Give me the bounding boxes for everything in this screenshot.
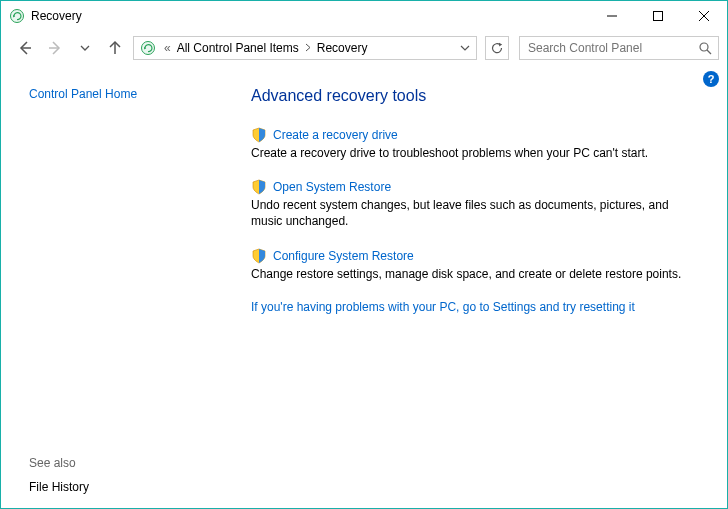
up-button[interactable] bbox=[103, 36, 127, 60]
control-panel-home-link[interactable]: Control Panel Home bbox=[29, 87, 205, 101]
close-button[interactable] bbox=[681, 1, 727, 31]
recovery-item: Create a recovery drive Create a recover… bbox=[251, 127, 697, 161]
forward-button[interactable] bbox=[43, 36, 67, 60]
breadcrumb-current[interactable]: Recovery bbox=[317, 41, 368, 55]
page-heading: Advanced recovery tools bbox=[251, 87, 697, 105]
svg-marker-11 bbox=[499, 43, 502, 47]
window-frame: Recovery bbox=[0, 0, 728, 509]
create-recovery-drive-desc: Create a recovery drive to troubleshoot … bbox=[251, 145, 697, 161]
search-input[interactable] bbox=[526, 40, 698, 56]
search-box[interactable] bbox=[519, 36, 719, 60]
address-dropdown-button[interactable] bbox=[456, 37, 474, 59]
nav-bar: « All Control Panel Items Recovery bbox=[1, 31, 727, 65]
content-area: Advanced recovery tools Create a recover… bbox=[221, 65, 727, 508]
svg-line-13 bbox=[707, 50, 711, 54]
chevron-left-double-icon: « bbox=[160, 41, 175, 55]
svg-rect-3 bbox=[654, 12, 663, 21]
reset-pc-link[interactable]: If you're having problems with your PC, … bbox=[251, 300, 697, 314]
breadcrumb: « All Control Panel Items Recovery bbox=[160, 41, 367, 55]
open-system-restore-link[interactable]: Open System Restore bbox=[273, 180, 391, 194]
recovery-item: Open System Restore Undo recent system c… bbox=[251, 179, 697, 229]
window-title: Recovery bbox=[31, 9, 82, 23]
help-icon[interactable]: ? bbox=[703, 71, 719, 87]
open-system-restore-desc: Undo recent system changes, but leave fi… bbox=[251, 197, 697, 229]
back-button[interactable] bbox=[13, 36, 37, 60]
shield-icon bbox=[251, 248, 267, 264]
recovery-icon bbox=[140, 40, 156, 56]
recovery-item: Configure System Restore Change restore … bbox=[251, 248, 697, 282]
recent-locations-button[interactable] bbox=[73, 36, 97, 60]
refresh-button[interactable] bbox=[485, 36, 509, 60]
search-icon[interactable] bbox=[698, 41, 712, 55]
minimize-button[interactable] bbox=[589, 1, 635, 31]
see-also-label: See also bbox=[29, 456, 205, 470]
title-bar: Recovery bbox=[1, 1, 727, 31]
window-controls bbox=[589, 1, 727, 31]
configure-system-restore-desc: Change restore settings, manage disk spa… bbox=[251, 266, 697, 282]
recovery-icon bbox=[9, 8, 25, 24]
breadcrumb-root[interactable]: All Control Panel Items bbox=[177, 41, 299, 55]
configure-system-restore-link[interactable]: Configure System Restore bbox=[273, 249, 414, 263]
svg-point-12 bbox=[700, 43, 708, 51]
chevron-right-icon bbox=[301, 41, 315, 55]
file-history-link[interactable]: File History bbox=[29, 480, 205, 494]
address-bar[interactable]: « All Control Panel Items Recovery bbox=[133, 36, 477, 60]
maximize-button[interactable] bbox=[635, 1, 681, 31]
shield-icon bbox=[251, 127, 267, 143]
body: ? Control Panel Home See also File Histo… bbox=[1, 65, 727, 508]
shield-icon bbox=[251, 179, 267, 195]
create-recovery-drive-link[interactable]: Create a recovery drive bbox=[273, 128, 398, 142]
sidebar: Control Panel Home See also File History bbox=[1, 65, 221, 508]
